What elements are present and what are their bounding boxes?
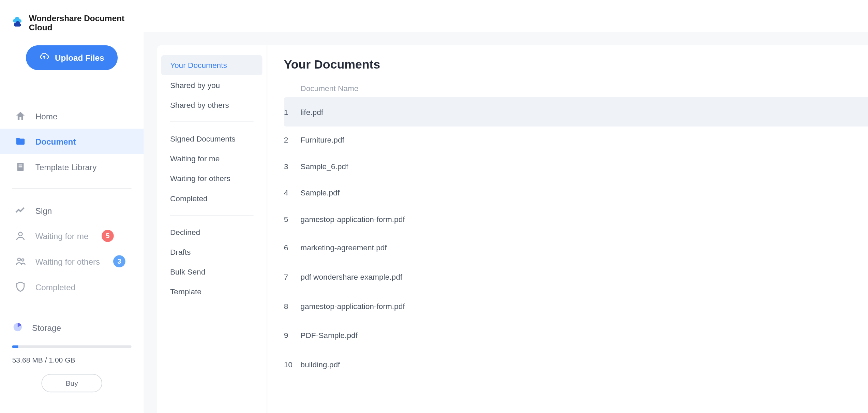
- nav-waiting-me[interactable]: Waiting for me 5: [0, 223, 144, 249]
- table-row[interactable]: 6marketing-agreement.pdf2021-01-01 00:17…: [284, 233, 868, 262]
- nav-sign-label: Sign: [35, 206, 52, 215]
- storage-section: Storage 53.68 MB / 1.00 GB Buy: [0, 316, 144, 393]
- page-title: Your Documents: [284, 57, 868, 72]
- table-row[interactable]: 2Furniture.pdf2021-06-23 15:10:282.63MB: [284, 127, 868, 153]
- topbar: Pricing ?: [144, 0, 868, 32]
- nav-document-label: Document: [35, 137, 76, 146]
- nav-home[interactable]: Home: [0, 103, 144, 129]
- row-index: 10: [284, 360, 301, 369]
- svg-rect-2: [19, 166, 23, 167]
- sign-icon: [14, 204, 27, 217]
- row-name: Sample_6.pdf: [300, 162, 868, 171]
- storage-text: 53.68 MB / 1.00 GB: [12, 356, 132, 364]
- row-index: 2: [284, 135, 301, 144]
- subnav-bulk-send[interactable]: Bulk Send: [161, 262, 262, 282]
- upload-icon: [40, 52, 49, 63]
- document-table: Your Documents Document Name Last Modifi…: [267, 45, 868, 413]
- subnav-waiting-me[interactable]: Waiting for me: [161, 149, 262, 168]
- table-row[interactable]: 5gamestop-application-form.pdf2021-01-01…: [284, 206, 868, 233]
- nav-template-label: Template Library: [35, 162, 97, 172]
- table-row[interactable]: 7pdf wondershare example.pdf2020-12-15 2…: [284, 262, 868, 291]
- row-index: 9: [284, 331, 301, 340]
- row-name: Furniture.pdf: [300, 135, 868, 144]
- waiting-me-badge: 5: [102, 230, 114, 242]
- table-row[interactable]: 4Sample.pdf2021-03-07 21:38:050.02MB: [284, 180, 868, 206]
- table-row[interactable]: 10building.pdf2020-10-15 21:22:102.00MB•…: [284, 350, 868, 379]
- shield-icon: [14, 281, 27, 293]
- nav-completed-label: Completed: [35, 282, 76, 292]
- svg-point-5: [21, 259, 24, 261]
- brand-logo-icon: [12, 16, 24, 29]
- nav-home-label: Home: [35, 111, 58, 121]
- svg-point-4: [18, 258, 20, 261]
- document-subnav: Your Documents Shared by you Shared by o…: [157, 45, 267, 413]
- brand: Wondershare Document Cloud: [0, 10, 144, 45]
- nav-divider: [12, 188, 132, 189]
- storage-label: Storage: [32, 323, 61, 333]
- subnav-divider: [170, 215, 254, 216]
- template-icon: [14, 161, 27, 173]
- row-index: 5: [284, 215, 301, 224]
- nav-completed[interactable]: Completed: [0, 274, 144, 300]
- subnav-your-documents[interactable]: Your Documents: [161, 55, 262, 75]
- row-name: PDF-Sample.pdf: [300, 331, 868, 340]
- table-row[interactable]: 1life.pdf2021-06-23 15:10:323.32MB•••: [284, 97, 868, 127]
- nav-waiting-me-label: Waiting for me: [35, 231, 89, 241]
- row-index: 6: [284, 243, 301, 252]
- row-name: life.pdf: [300, 107, 868, 116]
- waiting-others-badge: 3: [113, 255, 125, 267]
- row-index: 3: [284, 162, 301, 171]
- folder-icon: [14, 135, 27, 148]
- storage-bar: [12, 345, 132, 348]
- row-name: Sample.pdf: [300, 188, 868, 197]
- people-icon: [14, 255, 27, 267]
- table-row[interactable]: 8gamestop-application-form.pdf2020-12-02…: [284, 291, 868, 321]
- nav-template[interactable]: Template Library: [0, 154, 144, 180]
- subnav-waiting-others[interactable]: Waiting for others: [161, 168, 262, 188]
- row-name: gamestop-application-form.pdf: [300, 301, 868, 310]
- nav-document[interactable]: Document: [0, 129, 144, 154]
- row-index: 1: [284, 107, 301, 116]
- nav-sign[interactable]: Sign: [0, 198, 144, 223]
- svg-point-3: [19, 232, 23, 236]
- subnav-drafts[interactable]: Drafts: [161, 242, 262, 262]
- row-name: pdf wondershare example.pdf: [300, 272, 868, 281]
- subnav-shared-by-you[interactable]: Shared by you: [161, 75, 262, 95]
- table-row[interactable]: 9PDF-Sample.pdf2020-10-20 15:03:274.73MB…: [284, 321, 868, 350]
- home-icon: [14, 110, 27, 122]
- svg-rect-1: [19, 164, 23, 165]
- buy-button[interactable]: Buy: [42, 374, 102, 392]
- nav-waiting-others-label: Waiting for others: [35, 256, 100, 266]
- pager: Total 14 files, 1 pages ‹ 1 › 20: [284, 385, 868, 401]
- nav-waiting-others[interactable]: Waiting for others 3: [0, 249, 144, 274]
- storage-icon: [12, 322, 23, 334]
- row-index: 7: [284, 272, 301, 281]
- subnav-divider: [170, 121, 254, 122]
- subnav-shared-by-others[interactable]: Shared by others: [161, 95, 262, 115]
- row-index: 8: [284, 301, 301, 310]
- subnav-signed[interactable]: Signed Documents: [161, 129, 262, 148]
- table-row[interactable]: 3Sample_6.pdf2021-05-30 23:01:4133.39MB: [284, 153, 868, 180]
- subnav-declined[interactable]: Declined: [161, 222, 262, 242]
- person-icon: [14, 230, 27, 242]
- table-header: Document Name Last Modified Size: [284, 79, 868, 97]
- subnav-completed[interactable]: Completed: [161, 188, 262, 208]
- upload-files-button[interactable]: Upload Files: [26, 45, 118, 70]
- row-name: marketing-agreement.pdf: [300, 243, 868, 252]
- upload-label: Upload Files: [55, 53, 104, 63]
- subnav-template[interactable]: Template: [161, 282, 262, 301]
- row-index: 4: [284, 188, 301, 197]
- main-sidebar: Wondershare Document Cloud Upload Files …: [0, 0, 144, 413]
- brand-title: Wondershare Document Cloud: [29, 13, 132, 32]
- row-name: building.pdf: [300, 360, 868, 369]
- col-document-name: Document Name: [300, 84, 868, 93]
- row-name: gamestop-application-form.pdf: [300, 215, 868, 224]
